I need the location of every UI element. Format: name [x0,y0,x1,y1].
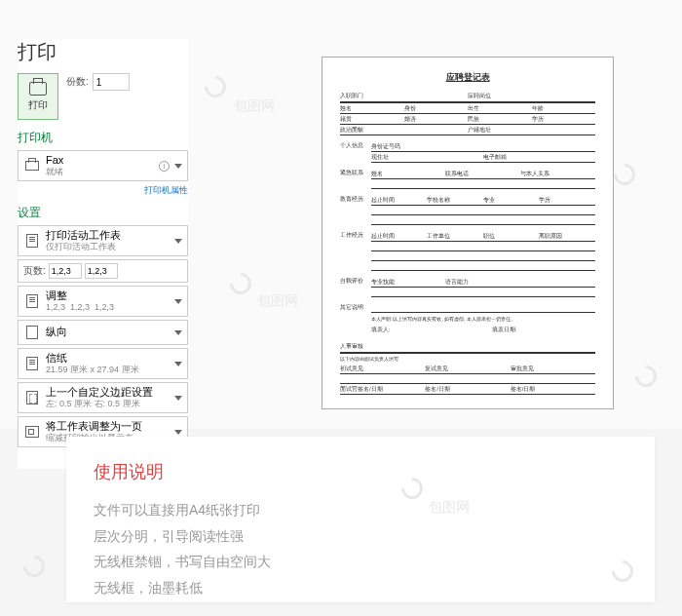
copies-input[interactable] [93,73,130,91]
chevron-down-icon [174,299,182,304]
chevron-down-icon [174,396,182,401]
sheet-icon [26,234,38,248]
printer-icon [29,82,47,96]
instruction-line: 无线框，油墨耗低 [94,575,627,601]
chevron-down-icon [174,362,182,366]
instruction-line: 无线框禁锢，书写自由空间大 [94,549,627,575]
collate-select[interactable]: 调整 1,2,3 1,2,3 1,2,3 [18,286,188,317]
print-button[interactable]: 打印 [18,73,58,120]
settings-section-head: 设置 [18,205,188,221]
instructions-title: 使用说明 [94,460,627,483]
printer-properties-link[interactable]: 打印机属性 [18,184,188,197]
collate-icon [26,294,38,308]
margins-icon [26,391,38,404]
page-range-row: 页数: [18,259,188,283]
print-what-select[interactable]: 打印活动工作表 仅打印活动工作表 [18,225,188,256]
chevron-down-icon [174,164,182,169]
chevron-down-icon [174,430,182,435]
orientation-icon [26,326,38,339]
printer-section-head: 打印机 [18,130,188,146]
orientation-select[interactable]: 纵向 [18,320,188,345]
page-from-input[interactable] [49,263,82,279]
instruction-line: 层次分明，引导阅读性强 [94,523,627,550]
page-title: 打印 [18,39,188,65]
instruction-line: 文件可以直接用A4纸张打印 [94,497,627,523]
printer-select[interactable]: Fax 就绪 i [18,150,188,181]
fit-icon [25,426,39,438]
printer-icon [25,161,39,171]
chevron-down-icon [174,239,182,244]
print-preview: 应聘登记表 入职部门应聘岗位 姓名身份出生年龄 籍贯婚否民族学历 政治面貌户籍地… [322,57,614,409]
copies-label: 份数: [66,75,89,89]
margins-select[interactable]: 上一个自定义边距设置 左: 0.5 厘米 右: 0.5 厘米 [18,382,188,413]
paper-size-select[interactable]: 信纸 21.59 厘米 x 27.94 厘米 [18,348,188,379]
paper-icon [26,357,38,370]
chevron-down-icon [174,330,182,335]
instructions-card: 使用说明 文件可以直接用A4纸张打印 层次分明，引导阅读性强 无线框禁锢，书写自… [66,437,655,602]
page-to-input[interactable] [85,263,118,279]
info-icon: i [159,161,170,172]
